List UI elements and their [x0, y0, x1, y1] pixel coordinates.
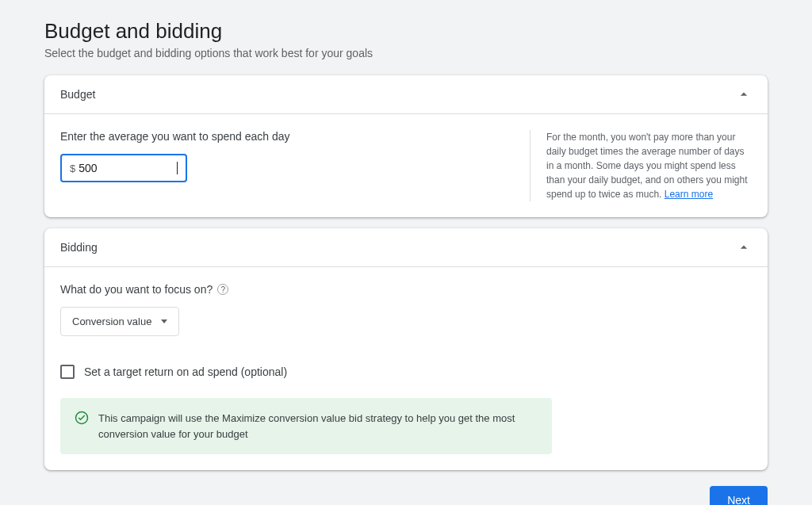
bidding-card-body: What do you want to focus on? ? Conversi… — [44, 267, 768, 470]
bidding-header-title: Bidding — [60, 241, 98, 254]
strategy-info-text: This campaign will use the Maximize conv… — [98, 411, 538, 442]
info-bold: Maximize conversion value — [222, 412, 346, 424]
chevron-up-icon — [736, 86, 752, 102]
action-row: Next — [44, 486, 768, 505]
budget-card: Budget Enter the average you want to spe… — [44, 75, 768, 217]
page-subtitle: Select the budget and bidding options th… — [44, 47, 768, 59]
learn-more-link[interactable]: Learn more — [665, 189, 713, 200]
page-title: Budget and bidding — [44, 19, 768, 44]
text-cursor-icon — [177, 162, 178, 174]
budget-card-body: Enter the average you want to spend each… — [44, 114, 768, 217]
budget-field-label: Enter the average you want to spend each… — [60, 130, 511, 143]
budget-card-header[interactable]: Budget — [44, 75, 768, 114]
budget-help-text: For the month, you won't pay more than y… — [546, 132, 748, 200]
focus-label: What do you want to focus on? ? — [60, 283, 752, 296]
next-button[interactable]: Next — [710, 486, 768, 505]
bidding-card: Bidding What do you want to focus on? ? … — [44, 228, 768, 470]
info-pre: This campaign will use the — [98, 412, 222, 424]
budget-input[interactable] — [79, 162, 174, 174]
chevron-down-icon — [161, 319, 167, 323]
chevron-up-icon — [736, 239, 752, 255]
strategy-info-banner: This campaign will use the Maximize conv… — [60, 398, 552, 454]
target-roas-row: Set a target return on ad spend (optiona… — [60, 365, 752, 379]
focus-label-text: What do you want to focus on? — [60, 283, 213, 296]
budget-input-container[interactable]: $ — [60, 154, 187, 182]
target-roas-checkbox[interactable] — [60, 365, 75, 379]
target-roas-label: Set a target return on ad spend (optiona… — [84, 365, 287, 378]
focus-select[interactable]: Conversion value — [60, 307, 179, 336]
focus-selected-value: Conversion value — [72, 316, 151, 327]
budget-header-title: Budget — [60, 88, 95, 101]
check-circle-icon — [75, 411, 89, 425]
bidding-card-header[interactable]: Bidding — [44, 228, 768, 267]
budget-left-panel: Enter the average you want to spend each… — [60, 130, 511, 201]
help-icon[interactable]: ? — [217, 284, 228, 295]
budget-help-panel: For the month, you won't pay more than y… — [530, 130, 752, 201]
currency-symbol: $ — [70, 163, 75, 174]
